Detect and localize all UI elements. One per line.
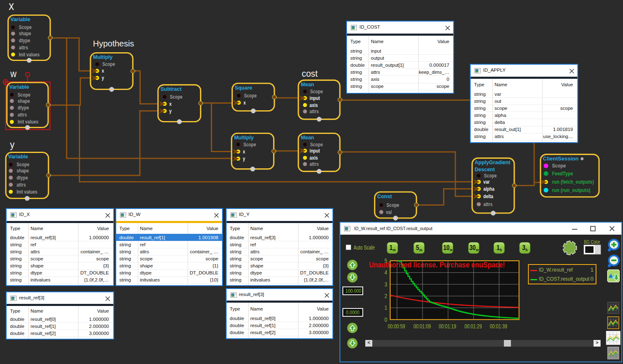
svg-text:dtype: dtype bbox=[19, 38, 30, 43]
svg-text:val: val bbox=[386, 209, 392, 215]
svg-text:x: x bbox=[102, 68, 104, 73]
svg-text:Mean: Mean bbox=[301, 82, 314, 87]
svg-text:Descent: Descent bbox=[475, 167, 495, 172]
svg-text:w: w bbox=[10, 68, 17, 79]
svg-text:Scope: Scope bbox=[243, 142, 256, 147]
svg-text:x: x bbox=[243, 100, 246, 105]
svg-text:attrs: attrs bbox=[19, 45, 28, 50]
svg-text:attrs: attrs bbox=[310, 109, 319, 114]
svg-text:attrs: attrs bbox=[310, 161, 319, 167]
svg-text:alpha: alpha bbox=[484, 186, 495, 192]
svg-text:Scope: Scope bbox=[484, 173, 497, 178]
svg-text:shape: shape bbox=[17, 168, 29, 173]
svg-text:Scope: Scope bbox=[103, 61, 115, 67]
svg-text:Scope: Scope bbox=[244, 93, 257, 98]
svg-text:axis: axis bbox=[310, 155, 318, 160]
svg-text:y: y bbox=[10, 139, 15, 150]
svg-text:y: y bbox=[102, 75, 104, 80]
svg-text:y: y bbox=[243, 156, 245, 161]
svg-text:Variable: Variable bbox=[8, 154, 28, 160]
svg-text:delta: delta bbox=[484, 194, 494, 199]
svg-text:Init values: Init values bbox=[18, 119, 39, 124]
svg-text:Scope: Scope bbox=[310, 142, 323, 147]
svg-text:Hypothesis: Hypothesis bbox=[93, 39, 134, 48]
svg-text:Multiply: Multiply bbox=[234, 135, 254, 141]
svg-text:Variable: Variable bbox=[9, 84, 29, 90]
svg-text:x: x bbox=[169, 101, 172, 107]
svg-text:Init values: Init values bbox=[17, 189, 37, 194]
svg-text:run (fetch_outputs): run (fetch_outputs) bbox=[552, 179, 594, 185]
svg-text:Init values: Init values bbox=[19, 52, 40, 57]
svg-text:x: x bbox=[9, 0, 14, 12]
svg-text:Scope: Scope bbox=[170, 94, 183, 99]
svg-text:input: input bbox=[310, 148, 320, 153]
svg-text:Scope: Scope bbox=[386, 202, 399, 208]
svg-text:input: input bbox=[310, 95, 320, 101]
svg-text:axis: axis bbox=[310, 102, 318, 108]
svg-text:Const: Const bbox=[377, 194, 392, 199]
svg-text:shape: shape bbox=[18, 98, 30, 104]
svg-text:attrs: attrs bbox=[17, 182, 26, 187]
svg-text:dtype: dtype bbox=[17, 175, 28, 180]
svg-text:Scope: Scope bbox=[552, 163, 566, 169]
svg-text:Multiply: Multiply bbox=[93, 54, 112, 60]
svg-text:ApplyGradient: ApplyGradient bbox=[475, 160, 511, 165]
svg-text:Scope: Scope bbox=[17, 162, 29, 167]
svg-text:Scope: Scope bbox=[310, 89, 323, 94]
svg-text:cost: cost bbox=[302, 69, 318, 79]
svg-text:attrs: attrs bbox=[18, 112, 27, 117]
svg-text:Mean: Mean bbox=[301, 135, 314, 141]
svg-text:y: y bbox=[169, 108, 172, 114]
svg-text:dtype: dtype bbox=[18, 105, 29, 110]
svg-text:ClientSession: ClientSession bbox=[543, 155, 579, 162]
svg-text:Square: Square bbox=[235, 85, 252, 91]
svg-text:var: var bbox=[484, 179, 490, 184]
svg-text:Scope: Scope bbox=[19, 24, 32, 30]
svg-text:attrs: attrs bbox=[484, 201, 493, 207]
svg-text:Variable: Variable bbox=[10, 17, 30, 22]
svg-text:Subtract: Subtract bbox=[161, 86, 182, 92]
svg-text:Scope: Scope bbox=[18, 92, 31, 97]
svg-text:run (run_outputs): run (run_outputs) bbox=[552, 187, 591, 193]
svg-text:x: x bbox=[243, 149, 245, 154]
svg-text:FeedType: FeedType bbox=[552, 170, 573, 177]
svg-text:shape: shape bbox=[19, 31, 31, 36]
